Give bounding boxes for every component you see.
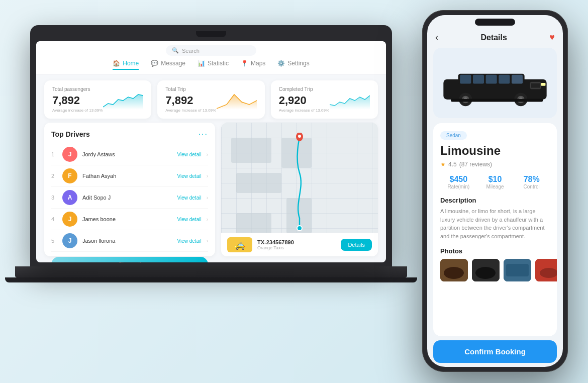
avatar: F [62, 168, 77, 183]
taxi-name: Orange Taxis [257, 245, 336, 250]
route-svg [284, 133, 315, 233]
trips-chart [217, 89, 257, 110]
avatar: A [62, 190, 77, 205]
list-item: 5 J Jason llorona View detail › [51, 230, 208, 252]
stats-row: Total passengers 7,892 Average increase … [36, 74, 386, 123]
svg-rect-25 [506, 264, 529, 276]
home-icon: 🏠 [113, 60, 120, 67]
map-panel: 🚕 TX-234567890 Orange Taxis Details [221, 123, 378, 256]
laptop-foot [5, 277, 417, 282]
photo-thumb-1[interactable] [440, 259, 468, 281]
rating-value: 4.5 [448, 161, 457, 168]
map-block [236, 213, 271, 233]
car-name: Limousine [440, 144, 550, 158]
description-text: A limousine, or limo for short, is a lar… [440, 207, 550, 240]
search-bar[interactable]: 🔍 Search [166, 45, 256, 56]
search-icon: 🔍 [172, 47, 179, 54]
driver-rank: 5 [51, 238, 57, 244]
bottom-row: Top Drivers ··· 1 J Jordy Astaws View de… [36, 123, 386, 262]
back-button[interactable]: ‹ [435, 32, 438, 43]
chevron-right-icon: › [207, 238, 208, 244]
dashboard: 🔍 Search 🏠 Home 💬 Message [36, 41, 386, 262]
svg-rect-12 [541, 83, 546, 86]
stat-value-completed: 2,920 [279, 94, 329, 107]
laptop-body: 🔍 Search 🏠 Home 💬 Message [30, 25, 392, 266]
stat-mileage-label: Mileage [477, 184, 514, 189]
svg-point-21 [444, 267, 464, 279]
driver-name: Adit Sopo J [82, 195, 172, 201]
tab-statistic[interactable]: 📊 Statistic [198, 58, 229, 70]
stat-card-trips: Total Trip 7,892 Average Increase of 13.… [157, 80, 264, 119]
tab-settings[interactable]: ⚙️ Settings [277, 58, 309, 70]
reviews-count: (87 reviews) [459, 161, 492, 168]
driver-name: James boone [82, 216, 172, 222]
car-stat-rate: $450 Rate(min) [440, 175, 477, 189]
drivers-panel: Top Drivers ··· 1 J Jordy Astaws View de… [44, 123, 215, 256]
tab-message[interactable]: 💬 Message [151, 58, 185, 70]
confirm-booking-button[interactable]: Confirm Booking [433, 340, 557, 363]
stat-card-completed: Completed Trip 2,920 Average increase of… [271, 80, 378, 119]
star-icon: ★ [440, 161, 446, 168]
more-options-icon[interactable]: ··· [199, 130, 208, 139]
phone-screen: ‹ Details ♥ [427, 15, 563, 367]
stat-label-passengers: Total passengers [52, 86, 103, 92]
list-item: 4 J James boone View detail › [51, 209, 208, 230]
chevron-right-icon: › [207, 173, 208, 179]
chevron-right-icon: › [207, 195, 208, 201]
map-block [231, 138, 271, 163]
chevron-right-icon: › [207, 217, 208, 222]
stat-label-trips: Total Trip [165, 86, 216, 92]
stat-value-passengers: 7,892 [52, 94, 103, 107]
map-icon: 📍 [241, 60, 248, 67]
car-image [440, 55, 550, 111]
search-placeholder: Search [182, 48, 200, 54]
view-detail-link[interactable]: View detail [177, 238, 201, 244]
svg-rect-5 [460, 75, 471, 84]
favorite-button[interactable]: ♥ [549, 32, 555, 43]
phone-notch-bar [427, 15, 563, 29]
description-title: Description [440, 197, 550, 204]
phone-notch-pill [475, 19, 515, 26]
message-icon: 💬 [151, 60, 158, 67]
show-all-button[interactable]: Show all [51, 257, 208, 262]
tab-home[interactable]: 🏠 Home [113, 58, 139, 70]
nav-header: 🔍 Search 🏠 Home 💬 Message [113, 45, 309, 70]
driver-name: Jordy Astaws [82, 151, 172, 157]
tab-maps[interactable]: 📍 Maps [241, 58, 265, 70]
chevron-right-icon: › [207, 152, 208, 157]
drivers-title: Top Drivers [51, 130, 90, 138]
drivers-panel-header: Top Drivers ··· [51, 130, 208, 139]
avatar: J [62, 233, 77, 248]
avatar: J [62, 212, 77, 227]
taxi-id: TX-234567890 [257, 239, 336, 245]
svg-rect-7 [486, 75, 497, 84]
photo-thumb-2[interactable] [472, 259, 500, 281]
photos-row [440, 259, 550, 281]
chart-icon: 📊 [198, 60, 205, 67]
view-detail-link[interactable]: View detail [177, 195, 201, 201]
phone-header: ‹ Details ♥ [427, 29, 563, 48]
driver-rank: 4 [51, 216, 57, 222]
svg-rect-9 [512, 75, 523, 84]
stat-card-passengers: Total passengers 7,892 Average increase … [44, 80, 151, 119]
car-stat-control: 78% Control [513, 175, 550, 189]
map-block [236, 173, 281, 193]
phone-device: ‹ Details ♥ [422, 10, 568, 372]
phone-body: ‹ Details ♥ [422, 10, 568, 372]
view-detail-link[interactable]: View detail [177, 173, 201, 179]
svg-point-23 [475, 267, 496, 279]
svg-rect-6 [473, 75, 484, 84]
completed-chart [330, 89, 370, 110]
svg-point-2 [298, 135, 301, 138]
stat-control-label: Control [513, 184, 550, 189]
taxi-details-button[interactable]: Details [341, 239, 372, 251]
car-details-panel: Sedan Limousine ★ 4.5 (87 reviews) $450 … [433, 123, 557, 336]
list-item: 1 J Jordy Astaws View detail › [51, 144, 208, 165]
view-detail-link[interactable]: View detail [177, 217, 201, 222]
dashboard-nav: 🔍 Search 🏠 Home 💬 Message [36, 41, 386, 74]
view-detail-link[interactable]: View detail [177, 152, 201, 157]
photo-thumb-4[interactable] [535, 259, 557, 281]
map-area [221, 123, 378, 233]
car-rating: ★ 4.5 (87 reviews) [440, 161, 550, 168]
photo-thumb-3[interactable] [504, 259, 531, 281]
